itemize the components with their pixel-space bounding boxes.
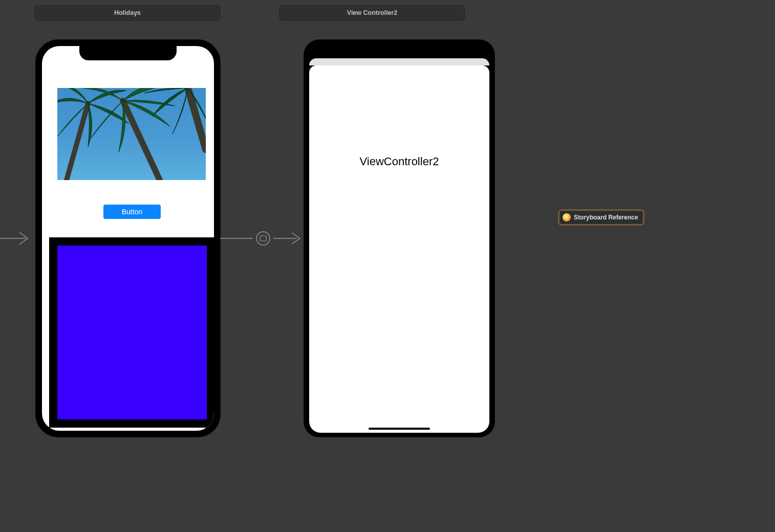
scene-title-viewcontroller2[interactable]: View Controller2 [279,5,465,20]
button-label: Button [122,208,142,216]
image-view-palms[interactable] [57,88,206,180]
container-view[interactable] [49,237,214,428]
scene-title-holidays[interactable]: Holidays [35,5,220,20]
storyboard-reference[interactable]: Storyboard Reference [559,210,643,225]
scene-holidays-root-view[interactable]: Button [42,46,214,431]
scene-viewcontroller2-root-view[interactable]: ViewController2 [309,65,489,433]
label-viewcontroller2[interactable]: ViewController2 [309,155,489,168]
scene-title-label: View Controller2 [347,9,397,16]
storyboard-canvas[interactable]: Holidays View Controller2 [0,0,775,532]
svg-point-2 [256,232,270,245]
scene-viewcontroller2-device-frame[interactable]: ViewController2 [304,40,494,437]
label-text: ViewController2 [360,155,439,168]
button-primary[interactable]: Button [103,205,161,219]
home-indicator [369,428,430,430]
scene-title-label: Holidays [114,9,141,16]
home-indicator [95,425,161,427]
container-embedded-view[interactable] [57,246,207,419]
storyboard-reference-label: Storyboard Reference [574,214,638,221]
storyboard-entry-point-arrow[interactable] [0,229,35,248]
device-notch [79,46,177,60]
segue-arrow-present-modally[interactable] [220,229,305,248]
scene-holidays-device-frame[interactable]: Button [36,40,220,437]
palm-trees-illustration [57,88,206,180]
presentation-underlay [309,58,489,65]
storyboard-reference-icon [563,213,571,221]
